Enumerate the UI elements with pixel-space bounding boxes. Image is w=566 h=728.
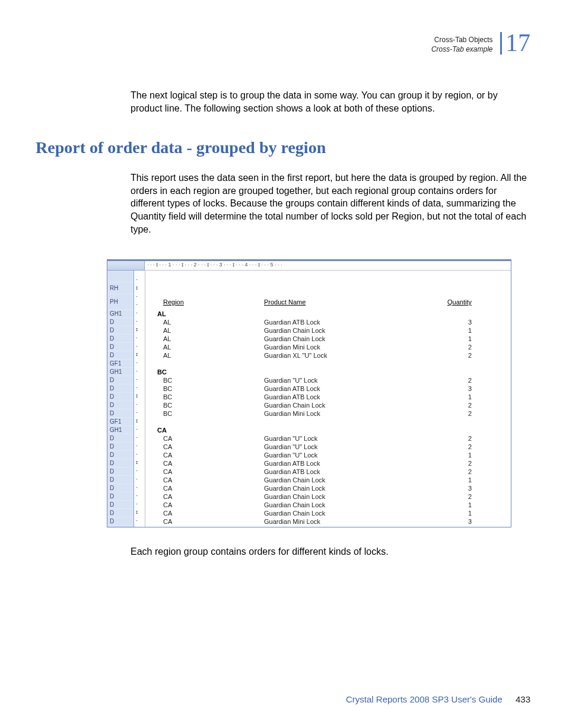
report-row: ALGuardian XL "U" Lock2 xyxy=(145,351,511,360)
cell-quantity: 1 xyxy=(418,501,472,509)
cell-region: AL xyxy=(145,318,264,326)
page-header: Cross-Tab Objects Cross-Tab example 17 xyxy=(36,36,530,59)
section-labels-column: RHPHGH1DDDDDGF1GH1DDDDDGF1GH1DDDDDDDDDDD xyxy=(107,271,134,527)
cell-product: Guardian "U" Lock xyxy=(264,451,418,459)
column-header-quantity: Quantity xyxy=(418,294,472,310)
cell-region: BC xyxy=(145,384,264,393)
section-label: GH1 xyxy=(107,368,133,376)
cell-product: Guardian ATB Lock xyxy=(264,393,418,401)
report-row: ALGuardian Chain Lock1 xyxy=(145,335,511,343)
section-label: D xyxy=(107,326,133,335)
report-row: BCGuardian ATB Lock3 xyxy=(145,384,511,393)
cell-quantity: 3 xyxy=(418,517,472,526)
cell-quantity: 2 xyxy=(418,459,472,468)
cell-region: BC xyxy=(145,401,264,409)
cell-region: CA xyxy=(145,501,264,509)
cell-quantity: 1 xyxy=(418,451,472,459)
section-label: D xyxy=(107,509,133,517)
chapter-number: 17 xyxy=(500,32,530,55)
report-row: CA xyxy=(145,426,511,434)
cell-product: Guardian Mini Lock xyxy=(264,343,418,351)
cell-product: Guardian "U" Lock xyxy=(264,443,418,451)
report-canvas: RegionProduct NameQuantityALALGuardian A… xyxy=(145,271,511,527)
section-label-corner xyxy=(107,261,145,271)
report-row: CAGuardian "U" Lock2 xyxy=(145,443,511,451)
report-row: CAGuardian Chain Lock1 xyxy=(145,509,511,517)
cell-region: AL xyxy=(145,326,264,335)
cell-quantity: 2 xyxy=(418,468,472,476)
cell-quantity: 2 xyxy=(418,492,472,501)
section-label: PH xyxy=(107,294,133,310)
cell-quantity: 2 xyxy=(418,343,472,351)
cell-product: Guardian "U" Lock xyxy=(264,434,418,443)
cell-quantity: 2 xyxy=(418,401,472,409)
section-label: D xyxy=(107,517,133,526)
report-row: RegionProduct NameQuantity xyxy=(145,294,511,310)
page-footer: Crystal Reports 2008 SP3 User's Guide 43… xyxy=(346,694,530,704)
header-title: Cross-Tab Objects xyxy=(434,36,493,44)
cell-region: CA xyxy=(145,484,264,492)
cell-product: Guardian ATB Lock xyxy=(264,384,418,393)
cell-region: AL xyxy=(145,351,264,360)
cell-region: BC xyxy=(145,376,264,384)
cell-region: AL xyxy=(145,335,264,343)
footer-page-number: 433 xyxy=(516,694,530,704)
section-label: D xyxy=(107,484,133,492)
cell-product: Guardian Chain Lock xyxy=(264,484,418,492)
report-row xyxy=(145,282,511,294)
cell-product: Guardian ATB Lock xyxy=(264,468,418,476)
group-header: CA xyxy=(145,426,258,434)
cell-quantity: 3 xyxy=(418,484,472,492)
section-label: GF1 xyxy=(107,360,133,368)
cell-quantity: 1 xyxy=(418,326,472,335)
section-label: D xyxy=(107,443,133,451)
cell-region: CA xyxy=(145,517,264,526)
cell-product: Guardian Mini Lock xyxy=(264,409,418,418)
cell-region: CA xyxy=(145,434,264,443)
cell-product: Guardian ATB Lock xyxy=(264,459,418,468)
report-row: BCGuardian Mini Lock2 xyxy=(145,409,511,418)
cell-region: CA xyxy=(145,476,264,484)
cell-quantity: 1 xyxy=(418,509,472,517)
section-label: D xyxy=(107,434,133,443)
cell-product: Guardian Chain Lock xyxy=(264,492,418,501)
report-row: BC xyxy=(145,368,511,376)
section-label: D xyxy=(107,376,133,384)
cell-product: Guardian Chain Lock xyxy=(264,501,418,509)
cell-quantity: 2 xyxy=(418,376,472,384)
section-label: D xyxy=(107,451,133,459)
cell-product: Guardian XL "U" Lock xyxy=(264,351,418,360)
cell-region: CA xyxy=(145,459,264,468)
cell-quantity: 2 xyxy=(418,434,472,443)
section-label: D xyxy=(107,318,133,326)
report-designer-screenshot: · · · ɪ · · · 1 · · · ɪ · · · 2 · · · ɪ … xyxy=(107,259,511,527)
section-label: D xyxy=(107,335,133,343)
footer-guide-name: Crystal Reports 2008 SP3 User's Guide xyxy=(346,694,503,704)
report-row: CAGuardian Chain Lock2 xyxy=(145,492,511,501)
cell-region: CA xyxy=(145,509,264,517)
cell-product: Guardian "U" Lock xyxy=(264,376,418,384)
section-label: D xyxy=(107,459,133,468)
column-header-product: Product Name xyxy=(264,294,418,310)
section-label: D xyxy=(107,409,133,418)
cell-quantity: 3 xyxy=(418,318,472,326)
cell-quantity: 2 xyxy=(418,351,472,360)
cell-region: CA xyxy=(145,443,264,451)
section-label: RH xyxy=(107,282,133,294)
report-row: CAGuardian "U" Lock1 xyxy=(145,451,511,459)
section-label: GH1 xyxy=(107,426,133,434)
report-row: CAGuardian Mini Lock3 xyxy=(145,517,511,526)
section-label: D xyxy=(107,351,133,360)
section-label: D xyxy=(107,401,133,409)
section-label: D xyxy=(107,393,133,401)
vertical-ruler: -ɪ----ɪ--ɪ----ɪ--ɪ----ɪ-----ɪ- xyxy=(134,271,145,527)
report-row: ALGuardian ATB Lock3 xyxy=(145,318,511,326)
section-label: D xyxy=(107,492,133,501)
cell-region: CA xyxy=(145,468,264,476)
section-heading: Report of order data - grouped by region xyxy=(36,138,530,157)
section-label: GH1 xyxy=(107,310,133,318)
body-paragraph: This report uses the data seen in the fi… xyxy=(131,171,530,236)
report-row: ALGuardian Chain Lock1 xyxy=(145,326,511,335)
cell-product: Guardian ATB Lock xyxy=(264,318,418,326)
section-label: D xyxy=(107,501,133,509)
